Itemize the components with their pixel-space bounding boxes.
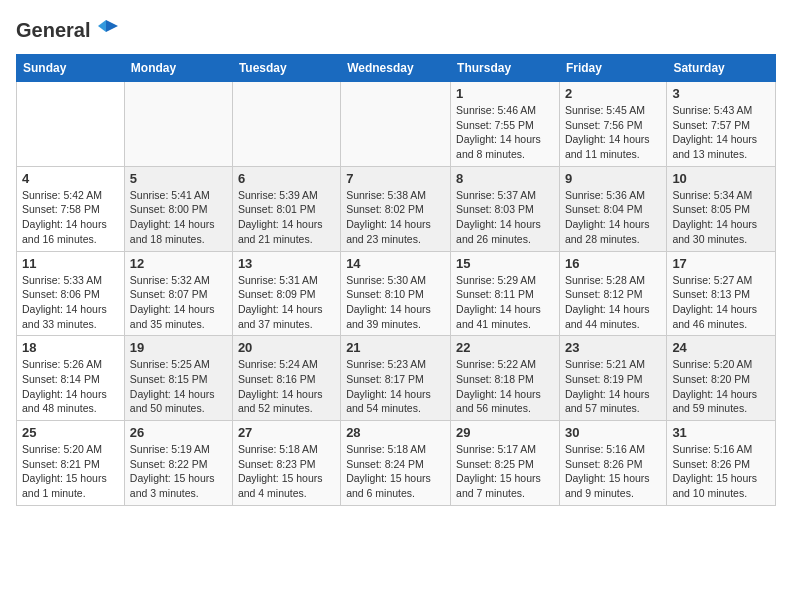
day-info: Sunrise: 5:34 AM Sunset: 8:05 PM Dayligh… bbox=[672, 188, 770, 247]
day-info: Sunrise: 5:45 AM Sunset: 7:56 PM Dayligh… bbox=[565, 103, 661, 162]
day-info: Sunrise: 5:18 AM Sunset: 8:24 PM Dayligh… bbox=[346, 442, 445, 501]
logo-flag-icon bbox=[92, 16, 120, 44]
day-info: Sunrise: 5:16 AM Sunset: 8:26 PM Dayligh… bbox=[672, 442, 770, 501]
day-number: 20 bbox=[238, 340, 335, 355]
day-info: Sunrise: 5:37 AM Sunset: 8:03 PM Dayligh… bbox=[456, 188, 554, 247]
logo-general: General bbox=[16, 19, 90, 42]
day-info: Sunrise: 5:29 AM Sunset: 8:11 PM Dayligh… bbox=[456, 273, 554, 332]
day-number: 2 bbox=[565, 86, 661, 101]
day-number: 27 bbox=[238, 425, 335, 440]
day-number: 1 bbox=[456, 86, 554, 101]
day-number: 12 bbox=[130, 256, 227, 271]
day-number: 9 bbox=[565, 171, 661, 186]
week-row-2: 4Sunrise: 5:42 AM Sunset: 7:58 PM Daylig… bbox=[17, 166, 776, 251]
week-row-1: 1Sunrise: 5:46 AM Sunset: 7:55 PM Daylig… bbox=[17, 82, 776, 167]
calendar-cell: 19Sunrise: 5:25 AM Sunset: 8:15 PM Dayli… bbox=[124, 336, 232, 421]
calendar-table: SundayMondayTuesdayWednesdayThursdayFrid… bbox=[16, 54, 776, 506]
day-number: 5 bbox=[130, 171, 227, 186]
calendar-cell: 23Sunrise: 5:21 AM Sunset: 8:19 PM Dayli… bbox=[559, 336, 666, 421]
day-number: 24 bbox=[672, 340, 770, 355]
day-info: Sunrise: 5:19 AM Sunset: 8:22 PM Dayligh… bbox=[130, 442, 227, 501]
col-header-sunday: Sunday bbox=[17, 55, 125, 82]
calendar-cell: 28Sunrise: 5:18 AM Sunset: 8:24 PM Dayli… bbox=[341, 421, 451, 506]
day-info: Sunrise: 5:18 AM Sunset: 8:23 PM Dayligh… bbox=[238, 442, 335, 501]
day-info: Sunrise: 5:30 AM Sunset: 8:10 PM Dayligh… bbox=[346, 273, 445, 332]
calendar-cell: 22Sunrise: 5:22 AM Sunset: 8:18 PM Dayli… bbox=[451, 336, 560, 421]
calendar-cell: 18Sunrise: 5:26 AM Sunset: 8:14 PM Dayli… bbox=[17, 336, 125, 421]
day-number: 13 bbox=[238, 256, 335, 271]
day-info: Sunrise: 5:27 AM Sunset: 8:13 PM Dayligh… bbox=[672, 273, 770, 332]
day-info: Sunrise: 5:28 AM Sunset: 8:12 PM Dayligh… bbox=[565, 273, 661, 332]
day-number: 31 bbox=[672, 425, 770, 440]
calendar-cell: 27Sunrise: 5:18 AM Sunset: 8:23 PM Dayli… bbox=[232, 421, 340, 506]
day-number: 21 bbox=[346, 340, 445, 355]
day-info: Sunrise: 5:21 AM Sunset: 8:19 PM Dayligh… bbox=[565, 357, 661, 416]
calendar-cell bbox=[17, 82, 125, 167]
day-number: 6 bbox=[238, 171, 335, 186]
day-number: 30 bbox=[565, 425, 661, 440]
calendar-cell: 2Sunrise: 5:45 AM Sunset: 7:56 PM Daylig… bbox=[559, 82, 666, 167]
day-info: Sunrise: 5:32 AM Sunset: 8:07 PM Dayligh… bbox=[130, 273, 227, 332]
logo: General bbox=[16, 16, 120, 42]
calendar-cell: 10Sunrise: 5:34 AM Sunset: 8:05 PM Dayli… bbox=[667, 166, 776, 251]
col-header-friday: Friday bbox=[559, 55, 666, 82]
day-number: 25 bbox=[22, 425, 119, 440]
calendar-cell: 24Sunrise: 5:20 AM Sunset: 8:20 PM Dayli… bbox=[667, 336, 776, 421]
day-info: Sunrise: 5:20 AM Sunset: 8:21 PM Dayligh… bbox=[22, 442, 119, 501]
day-info: Sunrise: 5:16 AM Sunset: 8:26 PM Dayligh… bbox=[565, 442, 661, 501]
day-number: 8 bbox=[456, 171, 554, 186]
calendar-cell: 21Sunrise: 5:23 AM Sunset: 8:17 PM Dayli… bbox=[341, 336, 451, 421]
day-info: Sunrise: 5:20 AM Sunset: 8:20 PM Dayligh… bbox=[672, 357, 770, 416]
day-number: 28 bbox=[346, 425, 445, 440]
calendar-cell: 31Sunrise: 5:16 AM Sunset: 8:26 PM Dayli… bbox=[667, 421, 776, 506]
col-header-monday: Monday bbox=[124, 55, 232, 82]
calendar-cell: 14Sunrise: 5:30 AM Sunset: 8:10 PM Dayli… bbox=[341, 251, 451, 336]
calendar-cell: 12Sunrise: 5:32 AM Sunset: 8:07 PM Dayli… bbox=[124, 251, 232, 336]
day-number: 22 bbox=[456, 340, 554, 355]
calendar-cell bbox=[232, 82, 340, 167]
day-info: Sunrise: 5:42 AM Sunset: 7:58 PM Dayligh… bbox=[22, 188, 119, 247]
calendar-cell: 29Sunrise: 5:17 AM Sunset: 8:25 PM Dayli… bbox=[451, 421, 560, 506]
day-number: 3 bbox=[672, 86, 770, 101]
col-header-tuesday: Tuesday bbox=[232, 55, 340, 82]
day-number: 26 bbox=[130, 425, 227, 440]
day-number: 4 bbox=[22, 171, 119, 186]
calendar-cell: 17Sunrise: 5:27 AM Sunset: 8:13 PM Dayli… bbox=[667, 251, 776, 336]
day-number: 11 bbox=[22, 256, 119, 271]
day-number: 19 bbox=[130, 340, 227, 355]
calendar-cell: 13Sunrise: 5:31 AM Sunset: 8:09 PM Dayli… bbox=[232, 251, 340, 336]
day-number: 18 bbox=[22, 340, 119, 355]
svg-marker-1 bbox=[98, 20, 106, 32]
page-header: General bbox=[16, 16, 776, 42]
calendar-cell: 9Sunrise: 5:36 AM Sunset: 8:04 PM Daylig… bbox=[559, 166, 666, 251]
calendar-cell: 3Sunrise: 5:43 AM Sunset: 7:57 PM Daylig… bbox=[667, 82, 776, 167]
day-info: Sunrise: 5:39 AM Sunset: 8:01 PM Dayligh… bbox=[238, 188, 335, 247]
day-number: 16 bbox=[565, 256, 661, 271]
calendar-cell: 30Sunrise: 5:16 AM Sunset: 8:26 PM Dayli… bbox=[559, 421, 666, 506]
day-number: 15 bbox=[456, 256, 554, 271]
day-number: 29 bbox=[456, 425, 554, 440]
calendar-cell: 7Sunrise: 5:38 AM Sunset: 8:02 PM Daylig… bbox=[341, 166, 451, 251]
calendar-cell bbox=[341, 82, 451, 167]
day-number: 17 bbox=[672, 256, 770, 271]
calendar-cell bbox=[124, 82, 232, 167]
day-info: Sunrise: 5:22 AM Sunset: 8:18 PM Dayligh… bbox=[456, 357, 554, 416]
day-info: Sunrise: 5:25 AM Sunset: 8:15 PM Dayligh… bbox=[130, 357, 227, 416]
header-row: SundayMondayTuesdayWednesdayThursdayFrid… bbox=[17, 55, 776, 82]
day-info: Sunrise: 5:33 AM Sunset: 8:06 PM Dayligh… bbox=[22, 273, 119, 332]
calendar-cell: 26Sunrise: 5:19 AM Sunset: 8:22 PM Dayli… bbox=[124, 421, 232, 506]
day-info: Sunrise: 5:38 AM Sunset: 8:02 PM Dayligh… bbox=[346, 188, 445, 247]
day-number: 7 bbox=[346, 171, 445, 186]
calendar-cell: 11Sunrise: 5:33 AM Sunset: 8:06 PM Dayli… bbox=[17, 251, 125, 336]
day-info: Sunrise: 5:24 AM Sunset: 8:16 PM Dayligh… bbox=[238, 357, 335, 416]
day-info: Sunrise: 5:36 AM Sunset: 8:04 PM Dayligh… bbox=[565, 188, 661, 247]
day-info: Sunrise: 5:23 AM Sunset: 8:17 PM Dayligh… bbox=[346, 357, 445, 416]
calendar-cell: 15Sunrise: 5:29 AM Sunset: 8:11 PM Dayli… bbox=[451, 251, 560, 336]
col-header-wednesday: Wednesday bbox=[341, 55, 451, 82]
calendar-cell: 4Sunrise: 5:42 AM Sunset: 7:58 PM Daylig… bbox=[17, 166, 125, 251]
week-row-5: 25Sunrise: 5:20 AM Sunset: 8:21 PM Dayli… bbox=[17, 421, 776, 506]
calendar-cell: 16Sunrise: 5:28 AM Sunset: 8:12 PM Dayli… bbox=[559, 251, 666, 336]
week-row-3: 11Sunrise: 5:33 AM Sunset: 8:06 PM Dayli… bbox=[17, 251, 776, 336]
col-header-thursday: Thursday bbox=[451, 55, 560, 82]
calendar-cell: 5Sunrise: 5:41 AM Sunset: 8:00 PM Daylig… bbox=[124, 166, 232, 251]
